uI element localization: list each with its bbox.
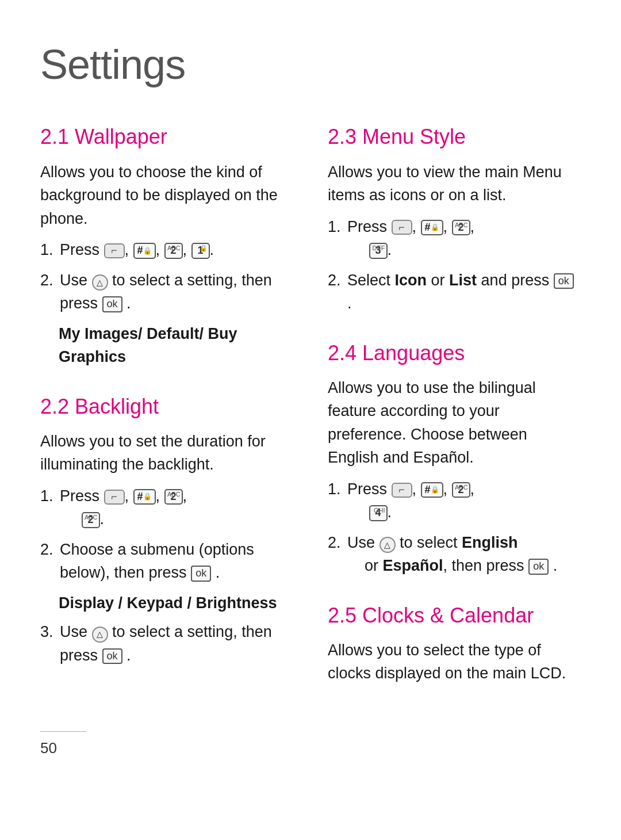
key-4ghi: 4GHI [369, 505, 388, 521]
backlight-submenu: Display / Keypad / Brightness [59, 591, 293, 615]
backlight-description: Allows you to set the duration for illum… [40, 430, 293, 476]
key-2abc: 2ABC [452, 482, 470, 498]
page-divider [40, 731, 86, 732]
page-title: Settings [40, 35, 581, 94]
section-menu-style: 2.3 Menu Style Allows you to view the ma… [328, 122, 581, 315]
step-content: Use △ to select English or Español, then… [347, 531, 581, 578]
backlight-step3: 3. Use △ to select a setting, then press… [40, 620, 293, 667]
key-2abc-2: 2ABC [82, 512, 100, 528]
key-2abc: 2ABC [164, 489, 183, 505]
right-column: 2.3 Menu Style Allows you to view the ma… [328, 122, 581, 708]
step-num: 2. [40, 538, 56, 562]
menu-key: ⌐ [104, 243, 125, 258]
clocks-calendar-description: Allows you to select the type of clocks … [328, 639, 581, 685]
step-content: Use △ to select a setting, then press ok… [60, 620, 293, 667]
menu-key: ⌐ [104, 490, 125, 505]
ok-key: ok [554, 273, 574, 289]
menu-key: ⌐ [392, 483, 412, 498]
hash-key: #🔒 [133, 243, 156, 259]
menu-style-heading: 2.3 Menu Style [328, 122, 581, 152]
hash-key: #🔒 [421, 482, 443, 498]
step-content: Press ⌐, #🔒, 2ABC, 4GHI. [347, 478, 581, 524]
nav-icon: △ [92, 274, 108, 291]
nav-icon: △ [379, 537, 396, 553]
clocks-calendar-heading: 2.5 Clocks & Calendar [328, 601, 581, 631]
left-column: 2.1 Wallpaper Allows you to choose the k… [40, 122, 293, 708]
key-1: 1🔒 [191, 243, 210, 259]
step-num: 1. [40, 484, 56, 508]
step-content: Press ⌐, #🔒, 2ABC, 1🔒. [60, 238, 293, 262]
section-backlight: 2.2 Backlight Allows you to set the dura… [40, 392, 293, 667]
list-label: List [449, 272, 477, 289]
step-num: 1. [328, 478, 344, 501]
wallpaper-step1: 1. Press ⌐, #🔒, 2ABC, 1🔒. [40, 238, 293, 262]
step-num: 3. [40, 620, 56, 644]
two-column-layout: 2.1 Wallpaper Allows you to choose the k… [40, 122, 581, 708]
languages-heading: 2.4 Languages [328, 338, 581, 368]
ok-key: ok [102, 648, 122, 665]
step-content: Press ⌐, #🔒, 2ABC, 2ABC. [60, 484, 293, 531]
backlight-step2: 2. Choose a submenu (options below), the… [40, 538, 293, 585]
hash-key: #🔒 [133, 489, 156, 505]
wallpaper-description: Allows you to choose the kind of backgro… [40, 161, 293, 231]
page-number: 50 [40, 738, 581, 759]
espanol-label: Español [383, 557, 443, 574]
section-wallpaper: 2.1 Wallpaper Allows you to choose the k… [40, 122, 293, 368]
wallpaper-heading: 2.1 Wallpaper [40, 122, 293, 152]
step-num: 2. [328, 269, 344, 292]
hash-key: #🔒 [421, 220, 443, 236]
key-2abc: 2ABC [164, 243, 183, 259]
icon-label: Icon [395, 272, 427, 289]
step-num: 1. [40, 238, 56, 262]
step-content: Use △ to select a setting, then press ok… [60, 269, 293, 315]
step-num: 2. [40, 269, 56, 292]
section-clocks-calendar: 2.5 Clocks & Calendar Allows you to sele… [328, 601, 581, 685]
key-2abc: 2ABC [452, 220, 470, 236]
english-label: English [462, 534, 518, 551]
step-content: Press ⌐, #🔒, 2ABC, 3DEF. [347, 215, 581, 262]
wallpaper-step2: 2. Use △ to select a setting, then press… [40, 269, 293, 315]
ok-key: ok [528, 559, 549, 575]
backlight-step1: 1. Press ⌐, #🔒, 2ABC, 2ABC. [40, 484, 293, 531]
ok-key: ok [191, 566, 211, 582]
step-num: 2. [328, 531, 344, 555]
menu-style-step1: 1. Press ⌐, #🔒, 2ABC, 3DEF. [328, 215, 581, 262]
ok-key: ok [102, 296, 122, 312]
languages-step2: 2. Use △ to select English or Español, t… [328, 531, 581, 578]
menu-key: ⌐ [392, 220, 412, 235]
menu-style-description: Allows you to view the main Menu items a… [328, 161, 581, 207]
step-content: Choose a submenu (options below), then p… [60, 538, 293, 585]
step-num: 1. [328, 215, 344, 239]
wallpaper-submenu: My Images/ Default/ Buy Graphics [59, 322, 293, 369]
languages-description: Allows you to use the bilingual feature … [328, 376, 581, 469]
key-3def: 3DEF [369, 243, 388, 259]
step-content: Select Icon or List and press ok . [347, 269, 581, 315]
section-languages: 2.4 Languages Allows you to use the bili… [328, 338, 581, 578]
menu-style-step2: 2. Select Icon or List and press ok . [328, 269, 581, 315]
backlight-heading: 2.2 Backlight [40, 392, 293, 422]
nav-icon: △ [92, 627, 108, 643]
languages-step1: 1. Press ⌐, #🔒, 2ABC, 4GHI. [328, 478, 581, 524]
